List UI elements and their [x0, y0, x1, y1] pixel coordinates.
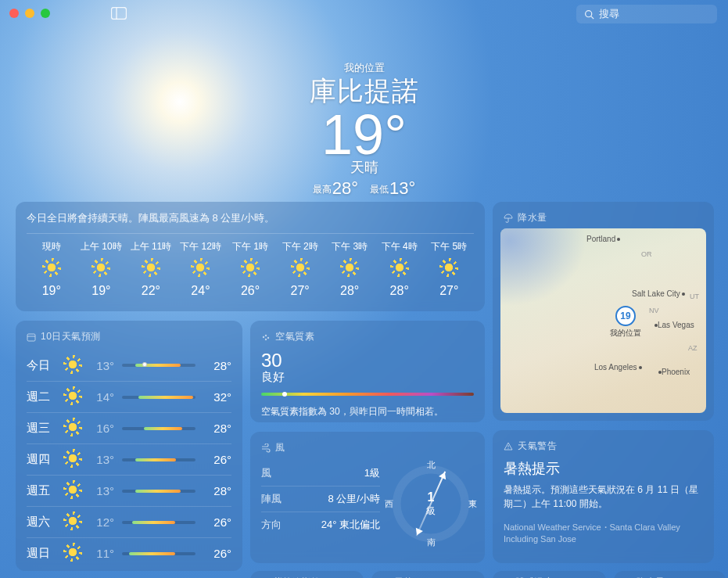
day-row-1[interactable]: 週二14°32°	[27, 381, 231, 412]
sun-icon	[66, 483, 79, 496]
sun-icon	[66, 421, 79, 433]
alert-header: 天氣警告	[504, 440, 703, 453]
hour-6: 下午 3時28°	[325, 240, 375, 298]
close-button[interactable]	[9, 9, 19, 18]
current-weather: 我的位置 庫比提諾 19° 天晴 最高28° 最低13°	[310, 61, 419, 199]
map-city-phx: Phoenix	[657, 368, 690, 376]
sun-icon	[66, 390, 79, 402]
aq-header: 空氣質素	[261, 330, 474, 343]
map-city-portland: Portland	[586, 235, 620, 243]
svg-line-3	[591, 16, 594, 18]
svg-point-2	[586, 10, 592, 16]
umbrella-icon	[504, 214, 513, 223]
day-row-3[interactable]: 週四13°26°	[27, 443, 231, 475]
calendar-icon	[27, 332, 36, 342]
sun-icon	[45, 261, 58, 274]
hour-8: 下午 5時27°	[425, 240, 475, 298]
map-header: 降水量	[500, 210, 706, 229]
uv-index-panel[interactable]: 紫外線指數	[250, 571, 364, 578]
wind-compass: 北 南 東 西 1級	[388, 461, 474, 547]
search-field[interactable]: 搜尋	[576, 5, 717, 23]
hour-4: 下午 1時26°	[225, 240, 275, 298]
aq-value: 30	[261, 350, 474, 372]
sun-icon	[66, 515, 79, 527]
hourly-forecast-panel[interactable]: 今日全日將會持續天晴。陣風最高風速為 8 公里/小時。 現時19°上午 10時1…	[16, 202, 485, 311]
sun-icon	[343, 261, 356, 274]
sun-icon	[66, 546, 79, 558]
alert-headline: 暑熱提示	[504, 459, 703, 478]
svg-point-8	[267, 336, 269, 338]
sun-icon	[244, 261, 256, 274]
hour-1: 上午 10時19°	[77, 240, 127, 298]
svg-rect-0	[112, 8, 127, 20]
wind-panel[interactable]: 風 風1級陣風8 公里/小時方向24° 東北偏北 北 南 東 西 1級	[250, 432, 485, 563]
sun-icon	[95, 261, 107, 274]
svg-point-6	[263, 336, 264, 337]
map-canvas[interactable]: Portland Salt Lake City Las Vegas Los An…	[500, 228, 706, 413]
day-row-6[interactable]: 週日11°26°	[27, 537, 231, 569]
hour-5: 下午 2時27°	[275, 240, 325, 298]
sidebar-toggle-button[interactable]	[111, 7, 127, 20]
day-row-4[interactable]: 週五13°28°	[27, 475, 231, 506]
weather-alert-panel[interactable]: 天氣警告 暑熱提示 暑熱提示。預測這些天氣狀況在 6 月 11 日（星期二）上午…	[493, 430, 714, 563]
alert-body: 暑熱提示。預測這些天氣狀況在 6 月 11 日（星期二）上午 11:00 開始。	[504, 483, 703, 511]
sun-icon	[66, 452, 79, 465]
search-icon	[584, 9, 594, 20]
tenday-header: 10日天氣預測	[27, 330, 231, 343]
sun-icon	[66, 358, 79, 371]
hour-0: 現時19°	[27, 240, 77, 298]
sun-icon	[194, 261, 206, 274]
svg-rect-4	[27, 334, 35, 341]
map-city-slc: Salt Lake City	[632, 289, 685, 298]
aq-scale	[261, 393, 474, 396]
tenday-forecast-panel[interactable]: 10日天氣預測 今日13°28°週二14°32°週三16°28°週四13°26°…	[16, 321, 242, 571]
sun-icon	[443, 261, 455, 274]
precipitation-map-panel[interactable]: 降水量 Portland Salt Lake City Las Vegas Lo…	[493, 202, 714, 421]
wind-row-0: 風1級	[261, 461, 380, 486]
sun-icon	[294, 261, 307, 274]
sun-icon	[145, 261, 157, 274]
sun-icon	[393, 261, 406, 274]
feels-like-panel[interactable]: 體感溫度	[493, 571, 606, 578]
hour-7: 下午 4時28°	[375, 240, 425, 298]
high-low: 最高28° 最低13°	[310, 178, 419, 199]
wind-header: 風	[261, 441, 474, 454]
hour-2: 上午 11時22°	[126, 240, 176, 298]
map-pin-my-location: 19 我的位置	[610, 306, 641, 339]
minimize-button[interactable]	[25, 9, 34, 18]
sunset-panel[interactable]: 日落	[371, 571, 485, 578]
alert-source: National Weather Service・Santa Clara Val…	[504, 522, 703, 546]
window-controls	[9, 9, 50, 18]
aq-desc: 空氣質素指數為 30，與昨日同一時間相若。	[261, 405, 474, 418]
day-row-5[interactable]: 週六12°26°	[27, 506, 231, 537]
day-row-2[interactable]: 週三16°28°	[27, 412, 231, 443]
wind-row-2: 方向24° 東北偏北	[261, 512, 380, 537]
precipitation-panel[interactable]: 降水量	[614, 571, 726, 578]
current-temperature: 19°	[310, 106, 419, 163]
hourly-summary: 今日全日將會持續天晴。陣風最高風速為 8 公里/小時。	[27, 211, 474, 234]
svg-point-11	[507, 448, 508, 449]
search-placeholder: 搜尋	[599, 7, 619, 21]
map-city-lv: Las Vegas	[653, 321, 694, 329]
day-row-0[interactable]: 今日13°28°	[27, 350, 231, 381]
mini-panels: 紫外線指數 日落 體感溫度 降水量	[250, 571, 726, 578]
wind-icon	[261, 443, 271, 453]
alert-icon	[504, 442, 513, 451]
fullscreen-button[interactable]	[41, 9, 50, 18]
wind-row-1: 陣風8 公里/小時	[261, 486, 380, 512]
hour-3: 下午 12時24°	[176, 240, 226, 298]
svg-point-9	[265, 338, 267, 339]
aq-label: 良好	[261, 370, 474, 385]
svg-point-7	[265, 334, 267, 336]
air-quality-panel[interactable]: 空氣質素 30 良好 空氣質素指數為 30，與昨日同一時間相若。	[250, 321, 485, 422]
aq-icon	[261, 332, 271, 342]
map-city-la: Los Angeles	[594, 363, 642, 372]
